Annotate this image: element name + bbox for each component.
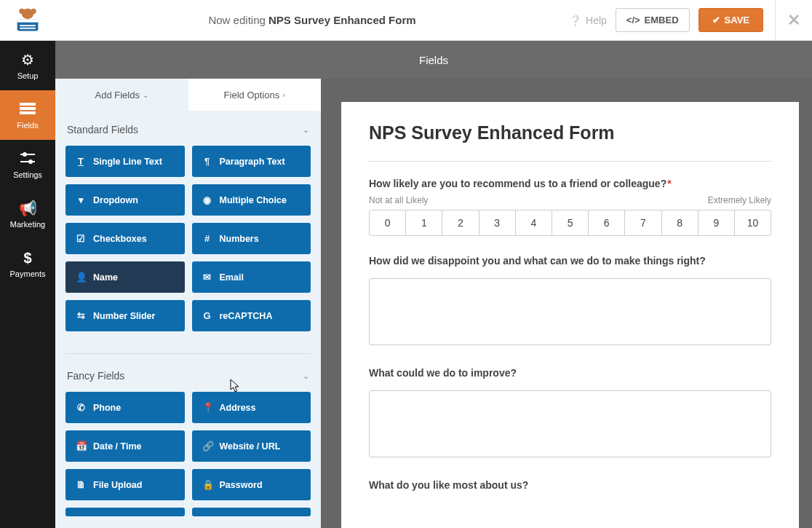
sidebar-nav: ⚙ Setup Fields Settings 📢 Marketing $ Pa…	[0, 41, 55, 528]
field-email[interactable]: ✉Email	[192, 261, 311, 293]
sliders-icon	[20, 151, 35, 168]
answer-2-textarea[interactable]	[369, 278, 771, 345]
tab-add-fields[interactable]: Add Fields ⌄	[55, 79, 188, 111]
dropdown-icon: ▾	[76, 194, 86, 205]
section-standard-fields[interactable]: Standard Fields ⌄	[65, 111, 311, 146]
nav-marketing[interactable]: 📢 Marketing	[0, 189, 55, 239]
scale-low-label: Not at all Likely	[369, 195, 428, 205]
nav-setup[interactable]: ⚙ Setup	[0, 41, 55, 90]
scale-4[interactable]: 4	[516, 210, 552, 235]
panel-body[interactable]: Standard Fields ⌄ TSingle Line Text ¶Par…	[55, 111, 321, 528]
svg-rect-9	[20, 111, 36, 114]
field-multiple-choice[interactable]: ◉Multiple Choice	[192, 184, 311, 216]
nav-settings[interactable]: Settings	[0, 140, 55, 189]
field-label: Checkboxes	[93, 234, 147, 244]
form-preview[interactable]: NPS Survey Enhanced Form How likely are …	[341, 102, 799, 528]
section-fancy-fields[interactable]: Fancy Fields ⌄	[65, 357, 311, 392]
divider	[65, 353, 311, 354]
field-label: Multiple Choice	[220, 195, 287, 205]
person-icon: 👤	[76, 272, 86, 283]
tab-field-options-label: Field Options	[224, 90, 280, 101]
code-icon: </>	[626, 15, 640, 25]
scale-6[interactable]: 6	[589, 210, 625, 235]
check-icon: ✔	[712, 15, 720, 25]
text-icon: T	[76, 156, 86, 167]
field-paragraph-text[interactable]: ¶Paragraph Text	[192, 146, 311, 177]
scale-high-label: Extremely Likely	[708, 195, 771, 205]
field-name[interactable]: 👤Name	[65, 261, 185, 293]
chevron-down-icon: ⌄	[303, 125, 309, 135]
dollar-icon: $	[23, 250, 31, 267]
svg-point-11	[23, 153, 26, 156]
gear-icon: ⚙	[21, 51, 34, 68]
question-1: How likely are you to recommend us to a …	[369, 178, 771, 189]
scale-2[interactable]: 2	[442, 210, 479, 235]
field-single-line-text[interactable]: TSingle Line Text	[65, 146, 185, 177]
scale-5[interactable]: 5	[552, 210, 589, 235]
help-link[interactable]: ❔ Help	[569, 15, 607, 26]
top-bar: Now editing NPS Survey Enhanced Form ❔ H…	[0, 0, 812, 41]
svg-point-2	[31, 8, 36, 13]
scale-10[interactable]: 10	[735, 210, 771, 235]
tab-add-fields-label: Add Fields	[95, 90, 140, 101]
chevron-down-icon: ⌄	[303, 371, 309, 381]
lock-icon: 🔒	[202, 479, 212, 490]
field-label: Dropdown	[93, 195, 138, 205]
nps-scale: 0 1 2 3 4 5 6 7 8 9 10	[369, 210, 771, 236]
field-label: reCAPTCHA	[220, 311, 273, 321]
paragraph-icon: ¶	[202, 156, 212, 167]
scale-9[interactable]: 9	[698, 210, 735, 235]
slider-icon: ⇆	[76, 310, 86, 321]
editing-title: Now editing NPS Survey Enhanced Form	[55, 14, 569, 26]
scale-8[interactable]: 8	[662, 210, 698, 235]
field-label: File Upload	[93, 480, 142, 490]
embed-button[interactable]: </> EMBED	[616, 8, 690, 32]
list-icon	[20, 101, 36, 118]
svg-rect-7	[20, 103, 36, 106]
field-file-upload[interactable]: 🗎File Upload	[65, 469, 185, 500]
scale-labels: Not at all Likely Extremely Likely	[369, 195, 771, 205]
scale-1[interactable]: 1	[406, 210, 442, 235]
field-label: Address	[220, 403, 256, 413]
standard-fields-title: Standard Fields	[67, 124, 138, 135]
scale-0[interactable]: 0	[370, 210, 406, 235]
tab-field-options[interactable]: Field Options ›	[188, 79, 322, 111]
pin-icon: 📍	[202, 402, 212, 413]
field-password[interactable]: 🔒Password	[192, 469, 311, 500]
standard-fields-grid: TSingle Line Text ¶Paragraph Text ▾Dropd…	[65, 146, 311, 337]
field-partial[interactable]	[65, 508, 185, 516]
nav-settings-label: Settings	[13, 170, 42, 179]
nav-payments[interactable]: $ Payments	[0, 239, 55, 288]
chevron-right-icon: ›	[282, 90, 285, 99]
field-website-url[interactable]: 🔗Website / URL	[192, 430, 311, 462]
scale-3[interactable]: 3	[479, 210, 516, 235]
field-partial[interactable]	[192, 508, 311, 516]
preview-title: NPS Survey Enhanced Form	[369, 122, 771, 143]
fancy-fields-grid: ✆Phone 📍Address 📅Date / Time 🔗Website / …	[65, 392, 311, 522]
divider	[369, 161, 771, 162]
field-label: Numbers	[220, 234, 259, 244]
field-checkboxes[interactable]: ☑Checkboxes	[65, 223, 185, 254]
field-numbers[interactable]: #Numbers	[192, 223, 311, 254]
field-number-slider[interactable]: ⇆Number Slider	[65, 300, 185, 331]
field-address[interactable]: 📍Address	[192, 392, 311, 423]
nav-fields[interactable]: Fields	[0, 90, 55, 140]
checkbox-icon: ☑	[76, 233, 86, 244]
field-label: Name	[93, 272, 118, 283]
close-button[interactable]: ✕	[775, 0, 812, 41]
field-recaptcha[interactable]: GreCAPTCHA	[192, 300, 311, 331]
field-dropdown[interactable]: ▾Dropdown	[65, 184, 185, 216]
link-icon: 🔗	[202, 441, 212, 452]
field-label: Phone	[93, 403, 121, 413]
nav-fields-label: Fields	[17, 121, 38, 130]
file-icon: 🗎	[76, 479, 86, 490]
save-button[interactable]: ✔ SAVE	[698, 8, 763, 32]
envelope-icon: ✉	[202, 272, 212, 283]
field-date-time[interactable]: 📅Date / Time	[65, 430, 185, 462]
bullhorn-icon: 📢	[19, 200, 37, 217]
nav-marketing-label: Marketing	[10, 220, 45, 229]
field-phone[interactable]: ✆Phone	[65, 392, 185, 423]
svg-rect-6	[20, 27, 36, 28]
scale-7[interactable]: 7	[625, 210, 661, 235]
answer-3-textarea[interactable]	[369, 390, 771, 457]
